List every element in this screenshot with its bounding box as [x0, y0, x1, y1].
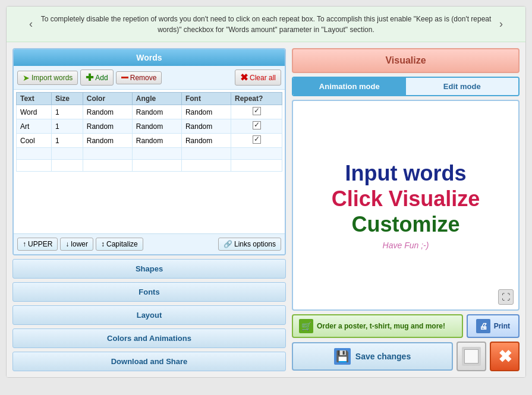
lower-button[interactable]: ↓ lower: [60, 238, 93, 251]
visualize-canvas: Input words Click Visualize Customize Ha…: [292, 100, 520, 311]
cell-angle: Random: [132, 134, 181, 148]
empty-table-row: [17, 148, 282, 160]
order-row: 🛒 Order a poster, t-shirt, mug and more!…: [292, 314, 520, 338]
table-row[interactable]: Word 1 Random Random Random: [17, 105, 282, 119]
main-layout: Words ➤ Import words ✚ Add Remove: [7, 42, 525, 377]
order-button[interactable]: 🛒 Order a poster, t-shirt, mug and more!: [292, 314, 463, 338]
case-buttons-row: ↑ UPPER ↓ lower ↕ Capitalize 🔗 Links opt…: [14, 233, 285, 254]
words-table-container: Text Size Color Angle Font Repeat? Word: [14, 90, 285, 233]
cell-repeat[interactable]: [231, 105, 282, 119]
save-row: 💾 Save changes ✖: [292, 342, 520, 371]
layout-section-button[interactable]: Layout: [12, 305, 286, 325]
remove-icon: [121, 77, 128, 78]
capitalize-label: Capitalize: [106, 240, 138, 248]
cell-angle: Random: [132, 105, 181, 119]
right-panel: Visualize Animation mode Edit mode Input…: [292, 48, 520, 371]
cell-text: Word: [17, 105, 52, 119]
canvas-line-2: Click Visualize: [332, 186, 480, 211]
cell-font: Random: [181, 119, 231, 134]
words-toolbar: ➤ Import words ✚ Add Remove ✖ Clear all: [14, 66, 285, 90]
repeat-checkbox[interactable]: [253, 107, 261, 115]
words-empty-area: [16, 172, 282, 231]
cell-size: 1: [52, 105, 83, 119]
clear-icon: ✖: [240, 72, 248, 83]
canvas-line-3: Customize: [351, 211, 459, 237]
col-angle: Angle: [132, 93, 181, 105]
lower-icon: ↓: [65, 240, 69, 248]
remove-label: Remove: [130, 74, 157, 82]
clear-all-button[interactable]: ✖ Clear all: [235, 69, 281, 86]
cell-text: Cool: [17, 134, 52, 148]
left-panel: Words ➤ Import words ✚ Add Remove: [12, 48, 286, 371]
import-label: Import words: [32, 74, 73, 82]
clear-label: Clear all: [250, 74, 276, 82]
col-size: Size: [52, 93, 83, 105]
print-icon: 🖨: [476, 319, 490, 333]
upper-label: UPPER: [28, 240, 52, 248]
top-banner: ‹ To completely disable the repetion of …: [7, 7, 525, 42]
print-button[interactable]: 🖨 Print: [467, 314, 520, 338]
next-arrow-btn[interactable]: ›: [495, 18, 508, 30]
cell-size: 1: [52, 119, 83, 134]
animation-mode-tab[interactable]: Animation mode: [293, 78, 406, 95]
empty-table-row: [17, 160, 282, 172]
words-section: Words ➤ Import words ✚ Add Remove: [12, 48, 286, 255]
discard-button[interactable]: [457, 342, 486, 371]
visualize-header: Visualize: [292, 48, 520, 73]
cell-text: Art: [17, 119, 52, 134]
capitalize-button[interactable]: ↕ Capitalize: [96, 238, 143, 251]
prev-arrow-btn[interactable]: ‹: [24, 18, 37, 30]
links-label: Links options: [234, 240, 276, 248]
add-button[interactable]: ✚ Add: [80, 69, 113, 86]
save-icon: 💾: [334, 348, 351, 365]
import-icon: ➤: [23, 73, 30, 83]
download-section-button[interactable]: Download and Share: [12, 352, 286, 371]
add-icon: ✚: [86, 72, 93, 83]
words-table: Text Size Color Angle Font Repeat? Word: [16, 92, 282, 172]
cell-font: Random: [181, 134, 231, 148]
delete-button[interactable]: ✖: [490, 342, 520, 371]
import-words-button[interactable]: ➤ Import words: [17, 71, 78, 85]
save-changes-button[interactable]: 💾 Save changes: [292, 342, 453, 371]
banner-text: To completely disable the repetion of wo…: [37, 14, 495, 35]
links-options-button[interactable]: 🔗 Links options: [218, 238, 281, 251]
fonts-section-button[interactable]: Fonts: [12, 282, 286, 302]
col-text: Text: [17, 93, 52, 105]
capitalize-icon: ↕: [101, 240, 105, 248]
upper-button[interactable]: ↑ UPPER: [17, 238, 58, 251]
col-repeat: Repeat?: [231, 93, 282, 105]
remove-button[interactable]: Remove: [116, 71, 162, 84]
repeat-checkbox[interactable]: [253, 135, 261, 144]
discard-icon: [462, 347, 481, 366]
table-row[interactable]: Art 1 Random Random Random: [17, 119, 282, 134]
colors-section-button[interactable]: Colors and Animations: [12, 328, 286, 348]
cell-size: 1: [52, 134, 83, 148]
words-section-header: Words: [14, 49, 285, 66]
fun-text: Have Fun ;-): [383, 241, 429, 250]
order-label: Order a poster, t-shirt, mug and more!: [317, 322, 445, 330]
print-label: Print: [494, 322, 510, 330]
order-icon: 🛒: [299, 319, 313, 333]
repeat-checkbox[interactable]: [253, 121, 261, 129]
delete-icon: ✖: [498, 347, 512, 366]
add-label: Add: [95, 74, 108, 82]
cell-repeat[interactable]: [231, 134, 282, 148]
cell-angle: Random: [132, 119, 181, 134]
cell-color: Random: [83, 134, 132, 148]
lower-label: lower: [71, 240, 88, 248]
col-color: Color: [83, 93, 132, 105]
cell-color: Random: [83, 119, 132, 134]
save-label: Save changes: [355, 352, 411, 361]
canvas-line-1: Input words: [345, 160, 467, 186]
mode-tabs: Animation mode Edit mode: [292, 77, 520, 96]
cell-font: Random: [181, 105, 231, 119]
cell-repeat[interactable]: [231, 119, 282, 134]
cell-color: Random: [83, 105, 132, 119]
links-icon: 🔗: [223, 240, 232, 248]
upper-icon: ↑: [23, 240, 26, 248]
shapes-section-button[interactable]: Shapes: [12, 259, 286, 279]
col-font: Font: [181, 93, 231, 105]
edit-mode-tab[interactable]: Edit mode: [406, 78, 519, 95]
fullscreen-button[interactable]: ⛶: [498, 289, 514, 305]
table-row[interactable]: Cool 1 Random Random Random: [17, 134, 282, 148]
